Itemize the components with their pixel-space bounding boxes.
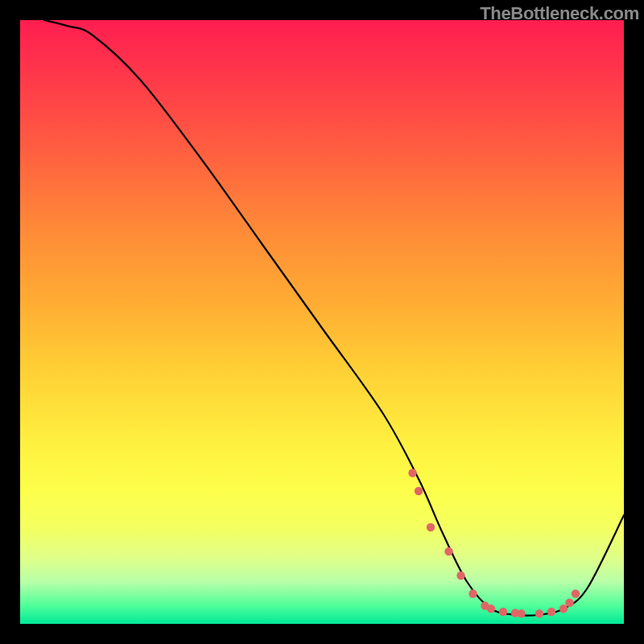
watermark-label: TheBottleneck.com xyxy=(480,3,639,24)
highlight-dot xyxy=(487,605,495,613)
highlight-dot xyxy=(456,572,464,580)
chart-svg xyxy=(20,20,624,624)
highlight-dot xyxy=(469,589,477,597)
highlight-dot xyxy=(427,523,435,531)
highlight-dot xyxy=(547,608,555,616)
highlight-dot xyxy=(535,609,543,617)
chart-container: TheBottleneck.com xyxy=(0,0,644,644)
highlight-dot xyxy=(517,609,525,617)
highlight-dot xyxy=(572,589,580,597)
highlight-dot xyxy=(444,547,452,555)
plot-area xyxy=(20,20,624,624)
curve-group xyxy=(44,20,624,616)
highlight-dot xyxy=(559,605,568,613)
marker-group xyxy=(408,469,580,617)
highlight-dot xyxy=(415,487,423,495)
highlight-dot xyxy=(499,608,507,616)
highlight-dot xyxy=(565,599,573,607)
bottleneck-curve xyxy=(44,20,624,616)
highlight-dot xyxy=(408,469,416,477)
